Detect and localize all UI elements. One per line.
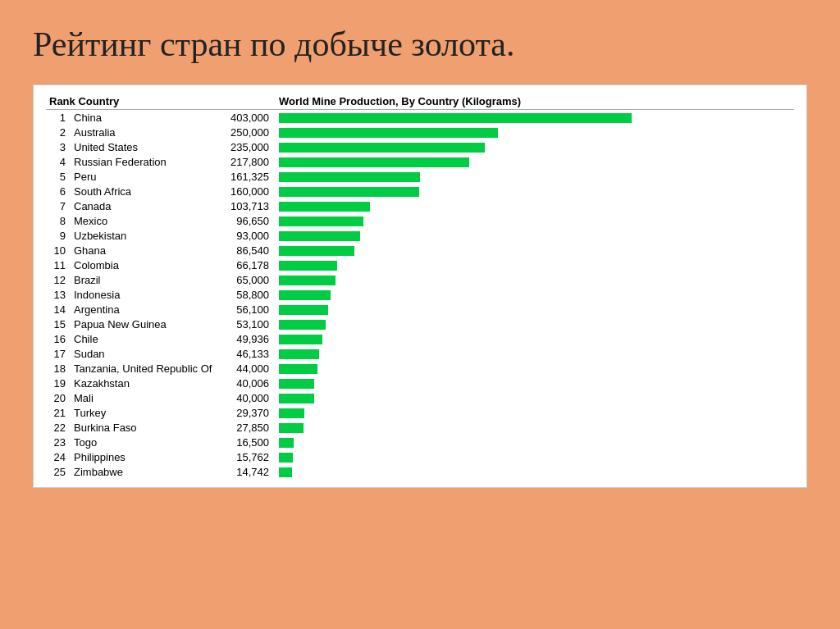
rank-cell: 7 (46, 198, 71, 213)
value-cell: 161,325 (218, 169, 276, 184)
bar-cell (276, 110, 794, 125)
value-cell: 49,936 (218, 331, 276, 346)
col-header-bar: World Mine Production, By Country (Kilog… (276, 93, 794, 110)
country-cell: Chile (71, 331, 218, 346)
bar-visual (279, 113, 632, 123)
table-row: 19 Kazakhstan 40,006 (46, 376, 794, 390)
page-title: Рейтинг стран по добыче золота. (33, 25, 807, 64)
country-cell: Peru (71, 169, 218, 184)
table-row: 20 Mali 40,000 (46, 390, 794, 405)
country-cell: Brazil (71, 272, 218, 287)
value-cell: 44,000 (218, 361, 276, 376)
table-row: 24 Philippines 15,762 (46, 449, 794, 464)
value-cell: 403,000 (218, 110, 276, 125)
bar-cell (276, 228, 794, 243)
bar-visual (279, 261, 337, 271)
country-cell: South Africa (71, 184, 218, 198)
bar-visual (279, 128, 498, 138)
table-row: 1 China 403,000 (46, 110, 794, 125)
bar-cell (276, 184, 794, 198)
table-row: 16 Chile 49,936 (46, 331, 794, 346)
bar-cell (276, 405, 794, 420)
country-cell: Canada (71, 198, 218, 213)
table-row: 10 Ghana 86,540 (46, 243, 794, 258)
table-row: 3 United States 235,000 (46, 139, 794, 154)
country-cell: Colombia (71, 258, 218, 272)
table-container: Rank Country World Mine Production, By C… (33, 84, 807, 488)
rank-cell: 6 (46, 184, 71, 198)
table-row: 13 Indonesia 58,800 (46, 287, 794, 302)
value-cell: 46,133 (218, 346, 276, 361)
bar-cell (276, 464, 794, 479)
bar-visual (279, 143, 485, 153)
bar-visual (279, 467, 292, 477)
bar-visual (279, 172, 420, 182)
bar-cell (276, 139, 794, 154)
value-cell: 40,000 (218, 390, 276, 405)
value-cell: 217,800 (218, 154, 276, 169)
bar-visual (279, 290, 331, 300)
value-cell: 15,762 (218, 449, 276, 464)
bar-cell (276, 449, 794, 464)
rank-cell: 19 (46, 376, 71, 390)
bar-cell (276, 420, 794, 435)
value-cell: 53,100 (218, 317, 276, 331)
value-cell: 14,742 (218, 464, 276, 479)
bar-visual (279, 364, 317, 374)
rank-cell: 9 (46, 228, 71, 243)
bar-visual (279, 187, 419, 197)
country-cell: Ghana (71, 243, 218, 258)
value-cell: 86,540 (218, 243, 276, 258)
value-cell: 58,800 (218, 287, 276, 302)
rank-cell: 4 (46, 154, 71, 169)
country-cell: Argentina (71, 302, 218, 317)
value-cell: 160,000 (218, 184, 276, 198)
bar-visual (279, 305, 328, 315)
table-row: 12 Brazil 65,000 (46, 272, 794, 287)
country-cell: Sudan (71, 346, 218, 361)
value-cell: 65,000 (218, 272, 276, 287)
bar-cell (276, 287, 794, 302)
rank-cell: 11 (46, 258, 71, 272)
table-row: 15 Papua New Guinea 53,100 (46, 317, 794, 331)
bar-cell (276, 258, 794, 272)
table-row: 5 Peru 161,325 (46, 169, 794, 184)
bar-visual (279, 217, 363, 226)
rank-cell: 12 (46, 272, 71, 287)
rank-cell: 2 (46, 125, 71, 139)
bar-visual (279, 157, 469, 167)
table-row: 6 South Africa 160,000 (46, 184, 794, 198)
bar-cell (276, 272, 794, 287)
table-row: 4 Russian Federation 217,800 (46, 154, 794, 169)
table-row: 14 Argentina 56,100 (46, 302, 794, 317)
value-cell: 27,850 (218, 420, 276, 435)
rank-cell: 18 (46, 361, 71, 376)
value-cell: 66,178 (218, 258, 276, 272)
bar-cell (276, 361, 794, 376)
value-cell: 56,100 (218, 302, 276, 317)
rank-cell: 13 (46, 287, 71, 302)
bar-cell (276, 390, 794, 405)
country-cell: Philippines (71, 449, 218, 464)
table-row: 8 Mexico 96,650 (46, 213, 794, 228)
rank-cell: 10 (46, 243, 71, 258)
country-cell: Russian Federation (71, 154, 218, 169)
rank-cell: 21 (46, 405, 71, 420)
bar-cell (276, 302, 794, 317)
bar-visual (279, 335, 322, 344)
table-row: 22 Burkina Faso 27,850 (46, 420, 794, 435)
value-cell: 93,000 (218, 228, 276, 243)
rank-cell: 8 (46, 213, 71, 228)
bar-cell (276, 376, 794, 390)
rank-cell: 20 (46, 390, 71, 405)
bar-cell (276, 154, 794, 169)
country-cell: Uzbekistan (71, 228, 218, 243)
value-cell: 29,370 (218, 405, 276, 420)
col-header-production (218, 93, 276, 110)
bar-visual (279, 349, 319, 359)
table-row: 18 Tanzania, United Republic Of 44,000 (46, 361, 794, 376)
col-header-rank-country: Rank Country (46, 93, 218, 110)
bar-cell (276, 317, 794, 331)
rank-cell: 16 (46, 331, 71, 346)
country-cell: Zimbabwe (71, 464, 218, 479)
